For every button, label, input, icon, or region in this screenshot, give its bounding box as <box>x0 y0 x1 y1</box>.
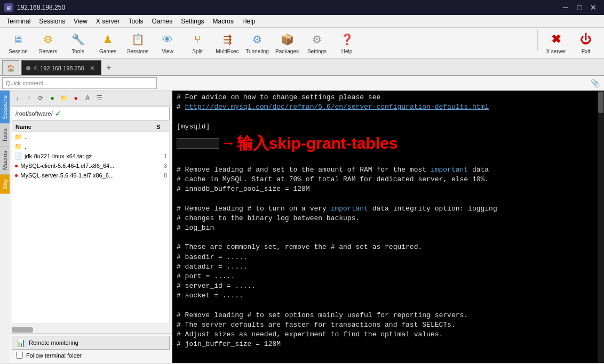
tunneling-icon: ⚙ <box>249 31 265 47</box>
toolbar-settings[interactable]: ⚙ Settings <box>303 29 331 57</box>
toolbar-exit[interactable]: ⏻ Exit <box>572 29 600 57</box>
home-tab[interactable]: 🏠 <box>2 60 19 75</box>
path-bar: /root/software/ ✓ <box>12 107 170 120</box>
mysqld-section: [mysqld] → 输入skip-grant-tables <box>177 122 593 155</box>
help-label: Help <box>341 48 353 54</box>
add-tab-button[interactable]: + <box>101 60 116 75</box>
side-tab-tools[interactable]: Tools <box>0 124 10 147</box>
menu-games[interactable]: Games <box>148 15 177 27</box>
packages-icon: 📦 <box>279 31 295 47</box>
menu-tools[interactable]: Tools <box>124 15 148 27</box>
skip-grant-input[interactable] <box>177 138 219 149</box>
terminal-line: # For advice on how to change settings p… <box>177 93 593 102</box>
lp-green-btn[interactable]: ● <box>47 93 58 103</box>
terminal-line: # Remove leading # to set options mainly… <box>177 311 593 320</box>
file-name: .. <box>25 134 146 140</box>
quick-connect-bar: 📎 <box>0 76 604 91</box>
toolbar-tunneling[interactable]: ⚙ Tunneling <box>243 29 271 57</box>
session-label: Session <box>9 48 28 54</box>
menu-view[interactable]: View <box>69 15 92 27</box>
lp-text-btn[interactable]: A <box>82 93 93 103</box>
left-panel: ↓ ↑ ⟳ ● 📁 ● A ☰ /root/software/ ✓ Name S… <box>10 91 172 363</box>
menu-terminal[interactable]: Terminal <box>2 15 35 27</box>
terminal-line: # http://dev.mysql.com/doc/refman/5.6/en… <box>177 102 593 112</box>
tools-icon: 🔧 <box>70 31 86 47</box>
lp-refresh-btn[interactable]: ⟳ <box>35 93 46 103</box>
servers-label: Servers <box>39 48 57 54</box>
side-tabs-strip: Sessions Tools Macros Sftp <box>0 91 10 363</box>
side-tab-sftp[interactable]: Sftp <box>0 174 10 194</box>
folder-icon: 📁 <box>14 143 22 150</box>
toolbar-session[interactable]: 🖥 Session <box>4 29 32 57</box>
menu-xserver[interactable]: X server <box>92 15 124 27</box>
maximize-button[interactable]: □ <box>573 2 586 13</box>
toolbar-sep <box>537 29 538 51</box>
side-tab-macros[interactable]: Macros <box>0 146 10 174</box>
toolbar-multiexec[interactable]: ⇶ MultiExec <box>213 29 241 57</box>
left-panel-toolbar: ↓ ↑ ⟳ ● 📁 ● A ☰ <box>10 91 172 106</box>
lp-red-btn[interactable]: ● <box>70 93 81 103</box>
remote-monitoring-button[interactable]: 📊 Remote monitoring <box>12 336 170 350</box>
file-row-jdk[interactable]: 📄 jdk-8u221-linux-x64.tar.gz 1 <box>12 151 169 161</box>
toolbar-xserver[interactable]: ✖ X server <box>542 29 570 57</box>
split-label: Split <box>192 48 202 54</box>
menu-macros[interactable]: Macros <box>209 15 238 27</box>
col-name: Name <box>12 122 153 132</box>
remote-monitoring-label: Remote monitoring <box>29 339 78 346</box>
active-tab[interactable]: 4. 192.168.198.250 ✕ <box>21 60 101 75</box>
attachment-icon[interactable]: 📎 <box>591 79 600 87</box>
toolbar-packages[interactable]: 📦 Packages <box>273 29 301 57</box>
horizontal-scrollbar[interactable] <box>10 326 172 333</box>
file-row-dot[interactable]: 📁 . <box>12 142 169 151</box>
terminal-line: # changes to the binary log between back… <box>177 214 593 223</box>
terminal-scrollbar[interactable] <box>598 91 604 363</box>
terminal-line: # port = ..... <box>177 272 593 281</box>
file-row-dotdot[interactable]: 📁 .. <box>12 132 169 142</box>
view-label: View <box>162 48 173 54</box>
minimize-button[interactable]: ─ <box>559 2 572 13</box>
terminal-line: # Remove leading # and set to the amount… <box>177 165 593 175</box>
lp-download-btn[interactable]: ↓ <box>12 93 22 103</box>
window-controls: ─ □ ✕ <box>559 2 600 13</box>
toolbar-view[interactable]: 👁 View <box>154 29 181 57</box>
terminal[interactable]: # For advice on how to change settings p… <box>172 91 598 363</box>
split-icon: ⑂ <box>189 31 205 47</box>
xserver-icon: ✖ <box>548 31 564 47</box>
toolbar-tools[interactable]: 🔧 Tools <box>64 29 92 57</box>
important-text: important <box>431 166 468 174</box>
file-size: 8 <box>146 172 167 179</box>
file-row-mysql-client[interactable]: ● MySQL-client-5.6.46-1.el7.x86_64... 3 <box>12 161 169 171</box>
config-link[interactable]: http://dev.mysql.com/doc/refman/5.6/en/s… <box>185 103 489 111</box>
follow-folder-checkbox[interactable] <box>16 352 23 359</box>
toolbar-servers[interactable]: ⚙ Servers <box>34 29 62 57</box>
path-ok-icon: ✓ <box>55 109 61 118</box>
file-size: 1 <box>146 153 167 159</box>
side-tab-sessions[interactable]: Sessions <box>0 91 10 124</box>
file-icon: ● <box>14 172 18 179</box>
menu-settings[interactable]: Settings <box>177 15 208 27</box>
lp-menu-btn[interactable]: ☰ <box>94 93 105 103</box>
file-row-mysql-server[interactable]: ● MySQL-server-5.6.46-1.el7.x86_6... 8 <box>12 171 169 180</box>
menu-help[interactable]: Help <box>238 15 260 27</box>
terminal-line: # These are commonly set, remove the # a… <box>177 242 593 252</box>
lp-folder-btn[interactable]: 📁 <box>59 93 69 103</box>
menu-sessions[interactable]: Sessions <box>35 15 69 27</box>
terminal-line: # datadir = ..... <box>177 262 593 272</box>
toolbar-help[interactable]: ❓ Help <box>333 29 361 57</box>
follow-folder-row: Follow terminal folder <box>12 350 170 361</box>
terminal-line: # log_bin <box>177 223 593 233</box>
toolbar-sessions[interactable]: 📋 Sessions <box>124 29 152 57</box>
terminal-line <box>177 156 593 165</box>
exit-label: Exit <box>582 48 591 54</box>
toolbar-split[interactable]: ⑂ Split <box>184 29 211 57</box>
toolbar-games[interactable]: ♟ Games <box>94 29 122 57</box>
annotation-text: 输入skip-grant-tables <box>237 133 398 155</box>
packages-label: Packages <box>275 48 299 54</box>
close-button[interactable]: ✕ <box>587 2 600 13</box>
scroll-thumb-h <box>12 327 33 333</box>
terminal-line: # Remove leading # to turn on a very imp… <box>177 204 593 214</box>
terminal-line: # cache in MySQL. Start at 70% of total … <box>177 175 593 184</box>
tab-close-button[interactable]: ✕ <box>90 64 95 72</box>
lp-upload-btn[interactable]: ↑ <box>23 93 34 103</box>
quick-connect-input[interactable] <box>2 77 157 89</box>
